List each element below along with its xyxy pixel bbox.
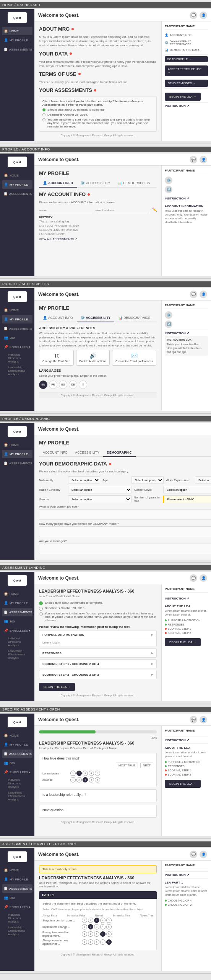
sub-lea-6[interactable]: Leadership Effectiveness Analysis bbox=[2, 790, 32, 802]
tab-demographics-3[interactable]: 📊 DEMOGRAPHICS bbox=[114, 314, 154, 322]
instruction-label-6[interactable]: INSTRUCTION ↗ bbox=[165, 738, 208, 742]
nav-profile-5[interactable]: 👤 MY PROFILE bbox=[2, 599, 32, 607]
rating-c-0-1[interactable]: 2 bbox=[76, 771, 82, 776]
tab-account-4[interactable]: ACCOUNT INFO bbox=[39, 449, 71, 457]
send-reminder-btn[interactable]: SEND REMINDER → bbox=[165, 80, 208, 87]
settings-icon-3[interactable]: ⚙️ bbox=[165, 311, 172, 319]
rating-c-0-2[interactable]: 3 bbox=[83, 771, 88, 776]
rating-c-1-0[interactable]: 1 bbox=[70, 777, 76, 782]
sub-ida-7[interactable]: Individual Directions Analysis bbox=[2, 912, 32, 924]
tab-account-info[interactable]: 👤 ACCOUNT INFO bbox=[39, 179, 77, 188]
accordion-header-3[interactable]: SCORING: STEP 2 - CHOOSING 2 OR 2 ▸ bbox=[39, 670, 156, 679]
instruction-label-5[interactable]: INSTRUCTION ↗ bbox=[165, 597, 208, 600]
nav-home-5[interactable]: 🏠 HOME bbox=[2, 590, 32, 598]
nav-enrollees-3[interactable]: 📌 ENROLLEES ▾ bbox=[2, 343, 32, 351]
user-icon-6[interactable]: 👤 bbox=[200, 716, 207, 724]
tab-account-info-3[interactable]: 👤 ACCOUNT INFO bbox=[39, 314, 77, 322]
demo-select-age[interactable]: Select an option bbox=[131, 476, 164, 484]
chat-icon-3[interactable]: 💬 bbox=[190, 291, 197, 298]
share-icon-2[interactable]: ↗️ bbox=[165, 186, 172, 193]
nav-assessments-4[interactable]: 📋 ASSESSMENTS bbox=[2, 459, 32, 467]
lang-es[interactable]: ES bbox=[59, 381, 67, 389]
accordion-header-1[interactable]: RESPONSES ▸ bbox=[39, 649, 156, 657]
view-all-btn[interactable]: VIEW ALL ASSESSMENTS ↗ bbox=[39, 237, 157, 241]
accept-terms-btn[interactable]: ACCEPT TERMS OF USE → bbox=[165, 65, 208, 76]
sub-ida-3[interactable]: Individual Directions Analysis bbox=[2, 352, 32, 364]
user-icon-2[interactable]: 👤 bbox=[200, 156, 207, 163]
sub-lea-3[interactable]: Leadership Effectiveness Analysis bbox=[2, 364, 32, 377]
nav-home-6[interactable]: 🏠 HOME bbox=[2, 731, 32, 740]
user-icon[interactable]: 👤 bbox=[200, 11, 207, 19]
most-true-btn[interactable]: MOST TRUE bbox=[116, 763, 138, 768]
audio-btn[interactable]: 🔊 Enable Audio options bbox=[76, 350, 110, 366]
demo-textarea-1[interactable] bbox=[39, 509, 211, 520]
chat-icon-2[interactable]: 💬 bbox=[190, 156, 197, 163]
accordion-header-0[interactable]: PURPOSE AND MOTIVATION ▸ bbox=[39, 630, 156, 639]
rating-c-1-1[interactable]: 2 bbox=[76, 777, 82, 782]
begin-btn-rp-5[interactable]: BEGIN THE LEA → bbox=[165, 638, 201, 646]
chat-icon-6[interactable]: 💬 bbox=[190, 716, 197, 724]
nav-assessments-3[interactable]: 📋 ASSESSMENTS bbox=[2, 324, 32, 333]
sub-lea-5[interactable]: Leadership Effectiveness Analysis bbox=[2, 648, 32, 661]
share-icon-3[interactable]: ↗️ bbox=[165, 320, 172, 328]
demo-select-race[interactable]: Select an option bbox=[68, 486, 132, 493]
nav-assessments-6[interactable]: 📋 ASSESSMENTS bbox=[2, 750, 32, 758]
nav-enrollees-5[interactable]: 📌 ENROLLEES ▾ bbox=[2, 626, 32, 635]
sub-lea-7[interactable]: Leadership Effectiveness Analysis bbox=[2, 924, 32, 937]
chat-icon-7[interactable]: 💬 bbox=[190, 851, 197, 858]
lang-en[interactable]: EN bbox=[39, 381, 47, 389]
user-icon-5[interactable]: 👤 bbox=[200, 574, 207, 582]
rating-c-1-4[interactable]: 5 bbox=[95, 777, 100, 782]
begin-lea-btn[interactable]: BEGIN THE LEA → bbox=[165, 93, 201, 101]
rating-c-0-4[interactable]: 5 bbox=[95, 771, 100, 776]
nav-profile-3[interactable]: 👤 MY PROFILE bbox=[2, 315, 32, 323]
begin-lea-btn-5[interactable]: BEGIN THE LEA → bbox=[39, 683, 75, 691]
settings-icon-2[interactable]: ⚙️ bbox=[165, 176, 172, 184]
nav-360-3[interactable]: 👥 360 bbox=[2, 333, 32, 342]
demo-select-nationality[interactable]: Select an option bbox=[68, 476, 100, 484]
nav-home-7[interactable]: 🏠 HOME bbox=[2, 866, 32, 874]
tab-accessibility[interactable]: ⚙️ ACCESSIBILITY bbox=[77, 179, 114, 188]
rp-accessibility[interactable]: ⚙️ ACCESSIBILITY PREFERENCES bbox=[165, 38, 208, 47]
edit-icon[interactable]: ✏️ bbox=[152, 207, 157, 213]
demo-select-gender[interactable]: Select an option bbox=[68, 495, 131, 503]
rating-c-0-3[interactable]: 4 bbox=[89, 771, 94, 776]
demo-textarea-2[interactable] bbox=[39, 526, 211, 537]
lang-de[interactable]: DE bbox=[69, 381, 77, 389]
lang-it[interactable]: IT bbox=[79, 381, 87, 389]
nav-home-2[interactable]: 🏠 HOME bbox=[2, 171, 32, 180]
nav-assessments-5[interactable]: 📋 ASSESSMENTS bbox=[2, 608, 32, 616]
nav-profile[interactable]: 👤 MY PROFILE bbox=[2, 36, 32, 44]
demo-textarea-3[interactable] bbox=[39, 544, 211, 554]
instruction-label-3[interactable]: INSTRUCTION ↗ bbox=[165, 332, 208, 335]
instruction-label-2[interactable]: INSTRUCTION ↗ bbox=[165, 197, 208, 200]
sub-ida-5[interactable]: Individual Directions Analysis bbox=[2, 635, 32, 648]
instruction-label-7[interactable]: INSTRUCTION ↗ bbox=[165, 873, 208, 877]
nav-profile-2[interactable]: 👤 MY PROFILE bbox=[2, 180, 32, 189]
instruction-label[interactable]: INSTRUCTION ↗ bbox=[165, 104, 208, 108]
tab-demographic-4[interactable]: DEMOGRAPHIC bbox=[103, 449, 136, 457]
nav-assessments-2[interactable]: 📋 ASSESSMENTS bbox=[2, 189, 32, 198]
begin-btn-rp-6[interactable]: BEGIN THE LEA → bbox=[165, 780, 201, 788]
nav-profile-7[interactable]: 👤 MY PROFILE bbox=[2, 875, 32, 884]
nav-profile-6[interactable]: 👤 MY PROFILE bbox=[2, 740, 32, 749]
rating-c-0-0[interactable]: 1 bbox=[70, 771, 76, 776]
user-icon-3[interactable]: 👤 bbox=[200, 291, 207, 298]
tab-accessibility-3[interactable]: ⚙️ ACCESSIBILITY bbox=[77, 314, 115, 322]
chat-icon[interactable]: 💬 bbox=[190, 11, 197, 19]
email-input[interactable] bbox=[96, 208, 149, 213]
nav-profile-4[interactable]: 👤 MY PROFILE bbox=[2, 450, 32, 458]
rating-c-1-2[interactable]: 3 bbox=[83, 777, 88, 782]
nav-home-4[interactable]: 🏠 HOME bbox=[2, 441, 32, 449]
user-icon-7[interactable]: 👤 bbox=[200, 851, 207, 858]
rp-account-info[interactable]: 👤 ACCOUNT INFO bbox=[165, 32, 208, 38]
tab-accessibility-4[interactable]: ACCESSIBILITY bbox=[71, 449, 103, 457]
nav-360-5[interactable]: 👥 360 bbox=[2, 617, 32, 626]
demo-select-career[interactable]: Select an option bbox=[163, 486, 211, 493]
demo-select-work[interactable]: Select an option bbox=[195, 476, 211, 484]
nav-360-7[interactable]: 👥 360 bbox=[2, 893, 32, 902]
rp-demographic[interactable]: 📊 DEMOGRAPHIC DATA bbox=[165, 47, 208, 53]
nav-enrollees-7[interactable]: 📌 ENROLLEES ▾ bbox=[2, 903, 32, 911]
name-input[interactable] bbox=[39, 208, 93, 213]
sub-ida-6[interactable]: Individual Directions Analysis bbox=[2, 777, 32, 790]
